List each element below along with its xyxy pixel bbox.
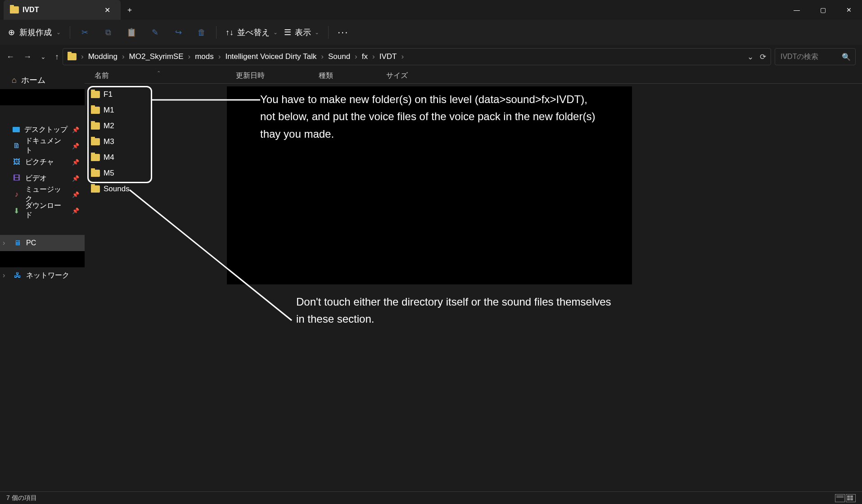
view-label: 表示: [295, 27, 311, 38]
paste-icon[interactable]: 📋: [126, 27, 137, 38]
up-button[interactable]: ↑: [55, 52, 59, 62]
column-size[interactable]: サイズ: [386, 71, 440, 81]
sidebar-item-label: ビデオ: [25, 174, 47, 183]
search-icon: 🔍: [842, 53, 851, 61]
sort-label: 並べ替え: [237, 27, 270, 38]
pin-icon: 📌: [72, 191, 79, 198]
chevron-right-icon: ›: [3, 239, 9, 247]
column-name[interactable]: 名前 ⌃: [85, 71, 236, 81]
home-icon: ⌂: [12, 76, 17, 85]
folder-icon: [10, 6, 19, 14]
list-item-label: F1: [104, 90, 113, 99]
view-icons-button[interactable]: [846, 494, 856, 502]
pin-icon: 📌: [72, 159, 79, 166]
chevron-right-icon: ›: [401, 52, 404, 61]
sidebar: ⌂ ホーム デスクトップ 📌 🗎 ドキュメント 📌 🖼 ピクチャ 📌 🎞 ビデオ…: [0, 68, 85, 491]
folder-icon: [91, 122, 100, 130]
chevron-down-icon: ⌄: [56, 29, 61, 36]
window-controls: — ▢ ✕: [784, 0, 862, 20]
new-button-label: 新規作成: [19, 27, 52, 38]
sidebar-item-music[interactable]: ♪ ミュージック 📌: [0, 186, 85, 202]
column-date[interactable]: 更新日時: [236, 71, 319, 81]
sidebar-item-downloads[interactable]: ⬇ ダウンロード 📌: [0, 202, 85, 219]
breadcrumb-seg[interactable]: Intelligent Voiced Dirty Talk: [225, 52, 316, 61]
tab-title: IVDT: [23, 6, 39, 14]
separator: [70, 26, 70, 39]
sidebar-item-network[interactable]: › 🖧 ネットワーク: [0, 267, 85, 284]
sidebar-item-label: ホーム: [21, 75, 45, 86]
maximize-button[interactable]: ▢: [810, 0, 836, 20]
share-icon[interactable]: ↪: [173, 27, 184, 38]
new-button[interactable]: ⊕ 新規作成 ⌄: [8, 27, 61, 38]
close-window-button[interactable]: ✕: [836, 0, 862, 20]
breadcrumb-seg[interactable]: fx: [362, 52, 368, 61]
sidebar-item-home[interactable]: ⌂ ホーム: [0, 71, 85, 89]
list-item-label: M2: [104, 122, 114, 130]
list-item-label: M5: [104, 169, 114, 178]
breadcrumb-seg[interactable]: MO2_SkyrimSE: [129, 52, 184, 61]
breadcrumb-seg[interactable]: Sound: [328, 52, 350, 61]
sidebar-item-pictures[interactable]: 🖼 ピクチャ 📌: [0, 154, 85, 170]
document-icon: 🗎: [13, 142, 21, 150]
sort-button[interactable]: ↑↓ 並べ替え ⌄: [226, 27, 278, 38]
search-box[interactable]: 🔍: [775, 48, 856, 65]
column-type[interactable]: 種類: [319, 71, 386, 81]
breadcrumb-chevron-down-icon[interactable]: ⌄: [747, 52, 754, 62]
chevron-right-icon: ›: [321, 52, 324, 61]
sidebar-item-label: PC: [26, 239, 36, 247]
pin-icon: 📌: [72, 126, 79, 133]
recent-chevron-icon[interactable]: ⌄: [41, 53, 46, 60]
chevron-down-icon: ⌄: [273, 29, 278, 36]
list-item-label: M4: [104, 153, 114, 162]
plus-circle-icon: ⊕: [8, 27, 15, 37]
pin-icon: 📌: [72, 175, 79, 182]
videos-icon: 🎞: [13, 174, 21, 182]
chevron-right-icon: ›: [3, 271, 9, 279]
separator: [328, 26, 329, 39]
sidebar-item-label: ドキュメント: [25, 136, 68, 155]
cut-icon[interactable]: ✂: [79, 27, 90, 38]
forward-button[interactable]: →: [23, 52, 32, 62]
annotation-panel: [227, 86, 632, 284]
tab-close-button[interactable]: ✕: [101, 4, 113, 16]
folder-icon: [91, 170, 100, 177]
sidebar-item-videos[interactable]: 🎞 ビデオ 📌: [0, 170, 85, 186]
chevron-down-icon: ⌄: [315, 29, 319, 36]
toolbar: ⊕ 新規作成 ⌄ ✂ ⧉ 📋 ✎ ↪ 🗑 ↑↓ 並べ替え ⌄ ☰ 表示 ⌄ ··…: [0, 20, 862, 45]
minimize-button[interactable]: —: [784, 0, 810, 20]
more-button[interactable]: ···: [338, 27, 348, 38]
sidebar-item-desktop[interactable]: デスクトップ 📌: [0, 122, 85, 138]
copy-icon[interactable]: ⧉: [103, 27, 113, 38]
breadcrumb-seg[interactable]: mods: [195, 52, 214, 61]
sidebar-item-label: ダウンロード: [25, 201, 68, 220]
status-bar: 7 個の項目: [0, 491, 862, 504]
breadcrumb-seg[interactable]: IVDT: [379, 52, 397, 61]
chevron-right-icon: ›: [81, 52, 84, 61]
back-button[interactable]: ←: [6, 52, 14, 62]
chevron-right-icon: ›: [355, 52, 357, 61]
sidebar-item-documents[interactable]: 🗎 ドキュメント 📌: [0, 138, 85, 154]
delete-icon[interactable]: 🗑: [196, 27, 207, 38]
new-tab-button[interactable]: ＋: [121, 0, 139, 20]
search-input[interactable]: [780, 52, 837, 61]
view-details-button[interactable]: [835, 494, 845, 502]
pin-icon: 📌: [72, 143, 79, 149]
folder-icon: [68, 53, 77, 60]
folder-icon: [91, 107, 100, 114]
folder-icon: [91, 154, 100, 161]
sidebar-item-label: デスクトップ: [24, 125, 68, 135]
sidebar-item-pc[interactable]: › 🖥 PC: [0, 235, 85, 251]
folder-icon: [91, 185, 100, 193]
view-button[interactable]: ☰ 表示 ⌄: [284, 27, 319, 38]
annotation-text-bottom: Don't touch either the directory itself …: [296, 293, 611, 328]
list-item-label: Sounds: [104, 184, 130, 194]
breadcrumb-seg[interactable]: Modding: [88, 52, 117, 61]
refresh-button[interactable]: ⟳: [760, 52, 766, 62]
redacted: [0, 89, 85, 105]
folder-icon: [91, 91, 100, 98]
breadcrumb[interactable]: › Modding › MO2_SkyrimSE › mods › Intell…: [63, 48, 771, 65]
separator: [216, 26, 217, 39]
tab-active[interactable]: IVDT ✕: [4, 0, 121, 20]
rename-icon[interactable]: ✎: [149, 27, 160, 38]
column-headers: 名前 ⌃ 更新日時 種類 サイズ: [85, 68, 862, 84]
